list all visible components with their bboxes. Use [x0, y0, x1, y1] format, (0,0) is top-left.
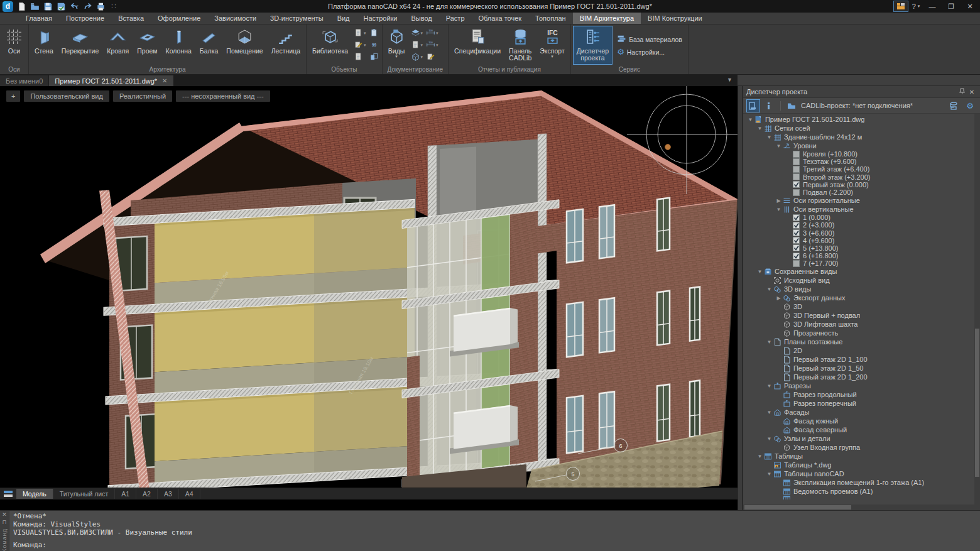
menu-item-2[interactable]: Построение — [59, 13, 111, 24]
ribbon-button-диспетчер-проекта[interactable]: Диспетчер проекта — [573, 26, 612, 65]
pin-icon[interactable] — [957, 88, 967, 95]
redo-icon[interactable] — [82, 2, 92, 11]
convert-icon[interactable] — [369, 52, 379, 63]
ribbon-button-перекрытие[interactable]: Перекрытие — [58, 26, 103, 65]
checkbox[interactable] — [792, 260, 801, 267]
tree-item-1[interactable]: 1 (0.000) — [743, 214, 980, 221]
tree-item-планы[interactable]: ▼Планы поэтажные — [743, 337, 980, 346]
tree-item-6[interactable]: 6 (+16.800) — [743, 252, 980, 259]
ribbon-button-панель-cadlib[interactable]: Панель CADLib — [505, 26, 535, 65]
save-icon[interactable] — [43, 2, 53, 11]
checkbox[interactable] — [792, 189, 801, 196]
expand-open-icon[interactable]: ▼ — [766, 339, 773, 345]
ribbon-button-оси[interactable]: Оси — [2, 26, 26, 65]
page-dd-icon[interactable] — [354, 28, 363, 39]
tree-item-таблицы[interactable]: AТаблицы *.dwg — [743, 461, 980, 469]
dim2-dd-icon[interactable]: 100 — [426, 40, 435, 51]
new-file-icon[interactable] — [16, 2, 26, 11]
save-all-icon[interactable] — [56, 2, 66, 11]
tree-item-экспликация[interactable]: Экспликация помещений 1-го этажа (А1) — [743, 478, 980, 487]
tree-item-разрезы[interactable]: ▼Разрезы — [743, 381, 980, 390]
layout-tab-титульный-лист[interactable]: Титульный лист — [53, 489, 116, 499]
ribbon-button-проем[interactable]: Проем — [133, 26, 161, 65]
page-plus-icon[interactable] — [354, 52, 363, 63]
tree-item-3d[interactable]: ▼3D виды — [743, 285, 980, 293]
menu-item-13[interactable]: BIM Архитектура — [573, 13, 641, 24]
tree-item-экспорт[interactable]: ▶Экспорт данных — [743, 293, 980, 302]
minimize-button[interactable]: — — [923, 1, 941, 12]
menu-item-14[interactable]: BIM Конструкции — [641, 13, 709, 24]
document-tab-1[interactable]: Без имени0 — [0, 75, 48, 86]
checkbox-checked[interactable] — [792, 244, 801, 251]
tree-item-2[interactable]: 2 (+3.000) — [743, 221, 980, 229]
expand-open-icon[interactable]: ▼ — [756, 126, 763, 131]
ribbon-button-стена[interactable]: Стена — [31, 26, 57, 65]
theme-palette-icon[interactable] — [893, 1, 908, 12]
tree-item-3d[interactable]: 3D Первый + подвал — [743, 311, 980, 320]
checkbox-checked[interactable] — [792, 253, 801, 259]
expand-open-icon[interactable]: ▼ — [766, 410, 773, 415]
tree-item-оси[interactable]: ▼Оси вертикальные — [743, 205, 980, 214]
view-control-1[interactable]: Пользовательский вид — [24, 90, 109, 102]
menu-item-1[interactable]: Главная — [19, 13, 59, 24]
menu-item-6[interactable]: 3D-инструменты — [263, 13, 330, 24]
tree-item-уровни[interactable]: ▼Уровни — [743, 141, 980, 150]
tree-item-узлы[interactable]: ▼Узлы и детали — [743, 434, 980, 443]
layout-tab-а1[interactable]: А1 — [115, 489, 136, 499]
open-cadlib-icon[interactable] — [785, 99, 798, 112]
tree-item-исходный[interactable]: Исходный вид — [743, 276, 980, 285]
checkbox-checked[interactable] — [792, 222, 801, 229]
tab-close-icon[interactable]: ✕ — [162, 77, 167, 84]
model-viewport[interactable]: +Пользовательский видРеалистичный--- нес… — [0, 86, 738, 488]
tree-item-фасад[interactable]: Фасад южный — [743, 417, 980, 425]
tree-item-сохраненные[interactable]: ▼Сохраненные виды — [743, 267, 980, 276]
ribbon-button-кровля[interactable]: Кровля — [103, 26, 133, 65]
print-icon[interactable] — [95, 2, 106, 11]
expand-open-icon[interactable]: ▼ — [766, 471, 773, 477]
expand-open-icon[interactable]: ▼ — [775, 143, 782, 149]
open-file-icon[interactable] — [30, 2, 40, 11]
restore-button[interactable]: ❐ — [942, 1, 960, 12]
panel-splitter[interactable] — [738, 86, 743, 510]
layout-list-icon[interactable] — [0, 490, 16, 498]
menu-item-3[interactable]: Вставка — [111, 13, 151, 24]
ribbon-button-виды[interactable]: Виды▾ — [384, 26, 409, 65]
menu-item-4[interactable]: Оформление — [151, 13, 207, 24]
project-structure-toggle[interactable] — [746, 99, 760, 112]
close-button[interactable]: ✕ — [961, 1, 979, 12]
tree-item-здание-шаблон[interactable]: ▼Здание-шаблон 24x12 м — [743, 133, 980, 141]
menu-item-7[interactable]: Вид — [330, 13, 357, 24]
menu-item-10[interactable]: Растр — [439, 13, 472, 24]
tree-item-оси[interactable]: ▶Оси горизонтальные — [743, 196, 980, 205]
tree-item-техэтаж[interactable]: Техэтаж (+9.600) — [743, 158, 980, 165]
layout-tab-а3[interactable]: А3 — [158, 489, 179, 499]
tree-item-таблицы[interactable]: ▼Таблицы — [743, 452, 980, 461]
layout-tab-модель[interactable]: Модель — [16, 489, 53, 499]
command-pin-icon[interactable]: ⊓ — [2, 520, 6, 525]
tree-item-первый[interactable]: Первый этаж 2D 1_200 — [743, 373, 980, 381]
command-line-area[interactable]: ✕ ⊓ Команд *Отмена*Команда: VisualStyles… — [0, 510, 980, 551]
command-close-icon[interactable]: ✕ — [2, 512, 7, 518]
command-prompt[interactable]: Команда: — [13, 541, 976, 550]
tree-item[interactable] — [743, 496, 980, 499]
checkbox-checked[interactable] — [792, 237, 801, 244]
tree-item-пример[interactable]: ▼Пример ГОСТ 21.501-2011.dwg — [743, 115, 980, 124]
tree-item-3d[interactable]: 3D Лифтовая шахта — [743, 320, 980, 329]
checkbox[interactable] — [792, 173, 801, 180]
tree-horizontal-scrollbar[interactable] — [743, 505, 980, 510]
app-logo-icon[interactable]: d — [3, 1, 13, 12]
ribbon-button-балка[interactable]: Балка — [196, 26, 222, 65]
tree-item-таблицы[interactable]: ▼Таблицы nanoCAD — [743, 469, 980, 478]
tree-item-первый[interactable]: Первый этаж 2D 1_100 — [743, 355, 980, 364]
checkbox[interactable] — [792, 158, 801, 165]
layout-tab-а2[interactable]: А2 — [136, 489, 158, 499]
expand-open-icon[interactable]: ▼ — [766, 286, 773, 292]
document-tab-2[interactable]: Пример ГОСТ 21.501-2011.dwg*✕ — [49, 75, 173, 86]
tag-ab-icon[interactable]: 99 — [369, 40, 379, 51]
checkbox[interactable] — [792, 151, 801, 158]
ribbon-button-настройки...[interactable]: ⚙Настройки... — [617, 47, 682, 57]
tree-item-третий[interactable]: Третий этаж (+6.400) — [743, 165, 980, 173]
tree-item-5[interactable]: 5 (+13.800) — [743, 244, 980, 252]
expand-open-icon[interactable]: ▼ — [756, 454, 763, 459]
ribbon-button-база-материалов[interactable]: База материалов — [617, 34, 682, 45]
